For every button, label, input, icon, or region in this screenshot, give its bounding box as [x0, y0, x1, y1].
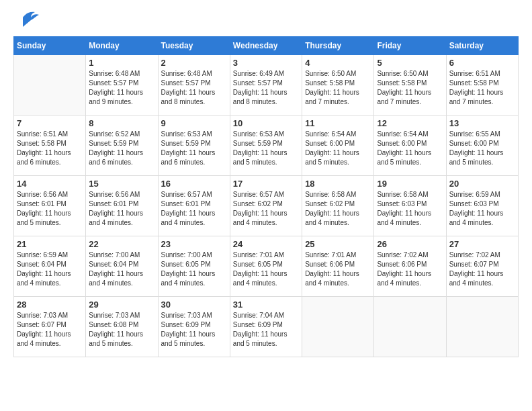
day-info: Sunrise: 7:01 AM Sunset: 6:05 PM Dayligh… [233, 250, 299, 288]
day-number: 10 [233, 118, 299, 128]
calendar-week-row: 7Sunrise: 6:51 AM Sunset: 5:58 PM Daylig… [14, 116, 519, 176]
calendar-table: SundayMondayTuesdayWednesdayThursdayFrid… [13, 36, 519, 357]
calendar-cell: 30Sunrise: 7:03 AM Sunset: 6:09 PM Dayli… [158, 297, 230, 357]
calendar-cell: 21Sunrise: 6:59 AM Sunset: 6:04 PM Dayli… [14, 236, 86, 297]
calendar-cell: 22Sunrise: 7:00 AM Sunset: 6:04 PM Dayli… [86, 236, 158, 297]
day-info: Sunrise: 6:49 AM Sunset: 5:57 PM Dayligh… [233, 69, 299, 107]
calendar-cell: 7Sunrise: 6:51 AM Sunset: 5:58 PM Daylig… [14, 116, 86, 176]
day-info: Sunrise: 7:03 AM Sunset: 6:08 PM Dayligh… [89, 311, 154, 349]
day-number: 21 [17, 239, 83, 249]
day-info: Sunrise: 6:57 AM Sunset: 6:01 PM Dayligh… [161, 190, 227, 228]
logo [13, 13, 39, 30]
day-number: 13 [449, 118, 515, 128]
calendar-cell: 23Sunrise: 7:00 AM Sunset: 6:05 PM Dayli… [158, 236, 230, 297]
day-info: Sunrise: 6:53 AM Sunset: 5:59 PM Dayligh… [233, 130, 299, 167]
calendar-cell: 25Sunrise: 7:01 AM Sunset: 6:06 PM Dayli… [302, 236, 374, 297]
calendar-cell: 3Sunrise: 6:49 AM Sunset: 5:57 PM Daylig… [230, 55, 302, 116]
calendar-header-saturday: Saturday [446, 37, 518, 55]
calendar-cell [374, 297, 446, 357]
day-info: Sunrise: 7:01 AM Sunset: 6:06 PM Dayligh… [305, 250, 371, 288]
day-info: Sunrise: 6:50 AM Sunset: 5:58 PM Dayligh… [305, 69, 371, 107]
day-info: Sunrise: 6:52 AM Sunset: 5:59 PM Dayligh… [89, 130, 154, 167]
day-number: 31 [233, 300, 299, 310]
calendar-cell: 18Sunrise: 6:58 AM Sunset: 6:02 PM Dayli… [302, 176, 374, 236]
calendar-header-thursday: Thursday [302, 37, 374, 55]
page-header [13, 13, 519, 30]
calendar-header-friday: Friday [374, 37, 446, 55]
calendar-cell [14, 55, 86, 116]
calendar-cell: 6Sunrise: 6:51 AM Sunset: 5:58 PM Daylig… [446, 55, 518, 116]
calendar-week-row: 28Sunrise: 7:03 AM Sunset: 6:07 PM Dayli… [14, 297, 519, 357]
day-number: 1 [89, 58, 154, 68]
calendar-cell [302, 297, 374, 357]
day-info: Sunrise: 6:59 AM Sunset: 6:03 PM Dayligh… [449, 190, 515, 228]
calendar-cell: 28Sunrise: 7:03 AM Sunset: 6:07 PM Dayli… [14, 297, 86, 357]
calendar-cell: 8Sunrise: 6:52 AM Sunset: 5:59 PM Daylig… [86, 116, 158, 176]
day-info: Sunrise: 6:54 AM Sunset: 6:00 PM Dayligh… [377, 130, 443, 167]
day-info: Sunrise: 6:56 AM Sunset: 6:01 PM Dayligh… [17, 190, 83, 228]
calendar-cell [446, 297, 518, 357]
calendar-header-tuesday: Tuesday [158, 37, 230, 55]
day-number: 9 [161, 118, 227, 128]
calendar-cell: 5Sunrise: 6:50 AM Sunset: 5:58 PM Daylig… [374, 55, 446, 116]
day-number: 27 [449, 239, 515, 249]
calendar-week-row: 1Sunrise: 6:48 AM Sunset: 5:57 PM Daylig… [14, 55, 519, 116]
calendar-cell: 15Sunrise: 6:56 AM Sunset: 6:01 PM Dayli… [86, 176, 158, 236]
day-number: 16 [161, 179, 227, 189]
day-info: Sunrise: 6:54 AM Sunset: 6:00 PM Dayligh… [305, 130, 371, 167]
day-number: 17 [233, 179, 299, 189]
calendar-cell: 4Sunrise: 6:50 AM Sunset: 5:58 PM Daylig… [302, 55, 374, 116]
day-info: Sunrise: 6:57 AM Sunset: 6:02 PM Dayligh… [233, 190, 299, 228]
calendar-cell: 9Sunrise: 6:53 AM Sunset: 5:59 PM Daylig… [158, 116, 230, 176]
calendar-header-sunday: Sunday [14, 37, 86, 55]
calendar-week-row: 14Sunrise: 6:56 AM Sunset: 6:01 PM Dayli… [14, 176, 519, 236]
day-info: Sunrise: 7:03 AM Sunset: 6:07 PM Dayligh… [17, 311, 83, 349]
day-number: 14 [17, 179, 83, 189]
calendar-cell: 16Sunrise: 6:57 AM Sunset: 6:01 PM Dayli… [158, 176, 230, 236]
calendar-cell: 17Sunrise: 6:57 AM Sunset: 6:02 PM Dayli… [230, 176, 302, 236]
day-number: 20 [449, 179, 515, 189]
calendar-cell: 12Sunrise: 6:54 AM Sunset: 6:00 PM Dayli… [374, 116, 446, 176]
day-info: Sunrise: 6:50 AM Sunset: 5:58 PM Dayligh… [377, 69, 443, 107]
day-info: Sunrise: 7:04 AM Sunset: 6:09 PM Dayligh… [233, 311, 299, 349]
day-number: 15 [89, 179, 154, 189]
day-info: Sunrise: 7:02 AM Sunset: 6:06 PM Dayligh… [377, 250, 443, 288]
day-info: Sunrise: 7:00 AM Sunset: 6:04 PM Dayligh… [89, 250, 154, 288]
day-info: Sunrise: 7:00 AM Sunset: 6:05 PM Dayligh… [161, 250, 227, 288]
calendar-cell: 1Sunrise: 6:48 AM Sunset: 5:57 PM Daylig… [86, 55, 158, 116]
calendar-cell: 14Sunrise: 6:56 AM Sunset: 6:01 PM Dayli… [14, 176, 86, 236]
calendar-cell: 2Sunrise: 6:48 AM Sunset: 5:57 PM Daylig… [158, 55, 230, 116]
day-info: Sunrise: 7:03 AM Sunset: 6:09 PM Dayligh… [161, 311, 227, 349]
day-info: Sunrise: 6:51 AM Sunset: 5:58 PM Dayligh… [17, 130, 83, 167]
calendar-header-monday: Monday [86, 37, 158, 55]
day-number: 6 [449, 58, 515, 68]
day-info: Sunrise: 6:48 AM Sunset: 5:57 PM Dayligh… [89, 69, 154, 107]
calendar-header-row: SundayMondayTuesdayWednesdayThursdayFrid… [14, 37, 519, 55]
day-number: 4 [305, 58, 371, 68]
calendar-cell: 27Sunrise: 7:02 AM Sunset: 6:07 PM Dayli… [446, 236, 518, 297]
day-number: 5 [377, 58, 443, 68]
day-info: Sunrise: 6:56 AM Sunset: 6:01 PM Dayligh… [89, 190, 154, 228]
day-number: 23 [161, 239, 227, 249]
day-info: Sunrise: 6:55 AM Sunset: 6:00 PM Dayligh… [449, 130, 515, 167]
calendar-cell: 20Sunrise: 6:59 AM Sunset: 6:03 PM Dayli… [446, 176, 518, 236]
day-number: 8 [89, 118, 154, 128]
day-number: 18 [305, 179, 371, 189]
day-number: 22 [89, 239, 154, 249]
day-number: 11 [305, 118, 371, 128]
day-info: Sunrise: 6:59 AM Sunset: 6:04 PM Dayligh… [17, 250, 83, 288]
calendar-cell: 11Sunrise: 6:54 AM Sunset: 6:00 PM Dayli… [302, 116, 374, 176]
day-number: 7 [17, 118, 83, 128]
day-number: 28 [17, 300, 83, 310]
day-number: 12 [377, 118, 443, 128]
day-info: Sunrise: 6:53 AM Sunset: 5:59 PM Dayligh… [161, 130, 227, 167]
calendar-cell: 24Sunrise: 7:01 AM Sunset: 6:05 PM Dayli… [230, 236, 302, 297]
calendar-cell: 29Sunrise: 7:03 AM Sunset: 6:08 PM Dayli… [86, 297, 158, 357]
calendar-cell: 10Sunrise: 6:53 AM Sunset: 5:59 PM Dayli… [230, 116, 302, 176]
day-number: 30 [161, 300, 227, 310]
day-number: 19 [377, 179, 443, 189]
day-info: Sunrise: 7:02 AM Sunset: 6:07 PM Dayligh… [449, 250, 515, 288]
day-number: 26 [377, 239, 443, 249]
day-number: 24 [233, 239, 299, 249]
calendar-header-wednesday: Wednesday [230, 37, 302, 55]
